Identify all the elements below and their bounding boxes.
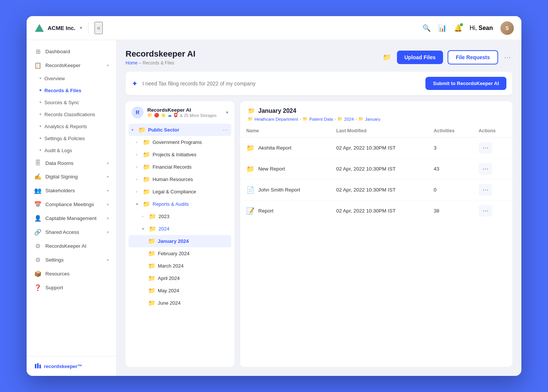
file-name-cell: 📁 New Report: [246, 165, 324, 173]
hr-folder-icon: 📁: [143, 176, 150, 183]
file-panel-folder-icon: 📁: [248, 107, 255, 114]
jun-label: June 2024: [158, 300, 228, 306]
public-sector-menu[interactable]: ⋯: [222, 126, 228, 133]
tree-item-jan-2024[interactable]: 📁 January 2024: [129, 235, 231, 247]
file-actions-button[interactable]: ⋯: [479, 163, 492, 175]
breadcrumb-home[interactable]: Home: [126, 60, 138, 66]
sidebar-item-data-rooms[interactable]: 🗄 Data Rooms ▾: [27, 156, 116, 170]
content-header: Recordskeeper AI Home – Records & Files …: [126, 49, 512, 66]
tree-item-may-2024[interactable]: 📁 May 2024: [129, 284, 231, 297]
2024-caret: ▾: [142, 227, 147, 231]
file-actions-button[interactable]: ⋯: [479, 205, 492, 217]
file-requests-button[interactable]: File Requests: [448, 50, 498, 64]
public-sector-caret: ▾: [132, 128, 136, 132]
sidebar-item-sources-sync[interactable]: Sources & Sync: [27, 96, 116, 108]
folder-panel-collapse[interactable]: ▾: [226, 110, 228, 115]
sidebar-item-resources[interactable]: 📦 Resources: [27, 267, 116, 281]
sidebar-item-digital-signing[interactable]: ✍ Digital Signing ▾: [27, 170, 116, 184]
tree-item-financial-records[interactable]: › 📁 Financial Records: [129, 161, 231, 173]
company-name: ACME Inc.: [48, 25, 75, 31]
tree-item-2023[interactable]: › 📁 2023: [129, 210, 231, 223]
sidebar-item-rk-ai[interactable]: ⚙ RecordsKeeper AI: [27, 239, 116, 253]
file-bc-patient-data[interactable]: Patient Data: [309, 117, 333, 121]
sidebar-label-digital-signing: Digital Signing: [45, 174, 103, 180]
file-bc-january[interactable]: January: [365, 117, 380, 121]
hr-caret: ›: [136, 177, 141, 181]
folder-view-button[interactable]: 📁: [381, 52, 392, 63]
shared-access-caret: ▾: [107, 230, 109, 234]
sidebar-item-captable-management[interactable]: 👤 Captable Management ▾: [27, 211, 116, 225]
file-bc-sep3: ›: [355, 117, 357, 121]
breadcrumb: Home – Records & Files: [126, 60, 195, 66]
reports-caret: ▾: [136, 202, 141, 206]
more-options-button[interactable]: ⋯: [503, 52, 512, 63]
jun-folder-icon: 📁: [148, 299, 156, 307]
sidebar-collapse-button[interactable]: «: [94, 22, 103, 34]
tree-item-jun-2024[interactable]: 📁 June 2024: [129, 297, 231, 309]
sidebar-label-records-classifications: Records Classifications: [45, 112, 95, 117]
sidebar-item-audit-logs[interactable]: Audit & Logs: [27, 144, 116, 156]
analytics-icon[interactable]: 📊: [438, 24, 446, 32]
sidebar-label-analytics-reports: Analytics & Reports: [45, 124, 87, 129]
svg-rect-4: [39, 365, 41, 368]
stakeholders-caret: ▾: [107, 189, 109, 193]
company-caret[interactable]: ▾: [80, 25, 82, 30]
file-name: Akshita Report: [258, 145, 292, 151]
storage-icon-red: 🔴: [154, 113, 159, 118]
tree-item-projects-initiatives[interactable]: › 📁 Projects & Initiatives: [129, 148, 231, 161]
upload-files-button[interactable]: Upload Files: [397, 51, 443, 64]
sidebar-item-records-classifications[interactable]: Records Classifications: [27, 108, 116, 120]
sidebar-item-settings[interactable]: ⚙ Settings ▾: [27, 253, 116, 267]
storage-icon-drive: 📁: [147, 113, 153, 118]
tree-item-reports-audits[interactable]: ▾ 📁 Reports & Audits: [129, 198, 231, 210]
table-row: 📁 New Report 02 Apr, 2022 10:30PM IST 43…: [240, 159, 512, 180]
tree-item-2024[interactable]: ▾ 📁 2024: [129, 223, 231, 235]
ai-search-input[interactable]: [142, 81, 421, 87]
financial-folder-icon: 📁: [143, 163, 150, 171]
sidebar-label-audit-logs: Audit & Logs: [45, 148, 72, 153]
tree-item-mar-2024[interactable]: 📁 March 2024: [129, 260, 231, 272]
search-icon[interactable]: 🔍: [422, 24, 431, 32]
notification-bell[interactable]: 🔔: [454, 24, 462, 32]
file-activities: 3: [428, 138, 473, 159]
svg-rect-3: [37, 363, 39, 368]
sidebar-item-support[interactable]: ❓ Support: [27, 281, 116, 295]
tree-item-legal-compliance[interactable]: › 📁 Legal & Compliance: [129, 186, 231, 198]
tree-item-feb-2024[interactable]: 📁 February 2024: [129, 247, 231, 260]
reports-folder-icon: 📁: [143, 200, 150, 208]
tree-item-gov-programs[interactable]: › 📁 Government Programs: [129, 136, 231, 148]
user-avatar[interactable]: S: [500, 21, 514, 35]
file-name: Report: [258, 208, 274, 214]
gov-programs-folder-icon: 📁: [143, 139, 150, 146]
file-bc-2024[interactable]: 2024: [344, 117, 354, 121]
sidebar-item-recordskeeper[interactable]: 📋 RecordsKeeper ▾: [27, 58, 116, 72]
file-modified: 02 Apr, 2022 10:30PM IST: [330, 159, 428, 180]
compliance-meetings-icon: 📅: [34, 201, 42, 208]
sidebar-item-compliance-meetings[interactable]: 📅 Compliance Meetings ▾: [27, 197, 116, 211]
stakeholders-icon: 👥: [34, 187, 42, 194]
file-panel-header: 📁 January 2024 📁 Heathcare Department › …: [240, 101, 512, 124]
sidebar-label-stakeholders: Stakeholders: [45, 188, 103, 193]
sidebar-item-overview[interactable]: Overview: [27, 72, 116, 84]
ai-submit-button[interactable]: Submit to RecordsKeeper AI: [425, 77, 506, 90]
ai-sparkle-icon: ✦: [132, 79, 138, 88]
resources-icon: 📦: [34, 270, 42, 277]
sidebar-item-records-files[interactable]: Records & Files: [27, 84, 116, 96]
file-actions-button[interactable]: ⋯: [479, 142, 492, 154]
sidebar-label-shared-access: Shared Access: [45, 229, 103, 235]
sidebar-item-shared-access[interactable]: 🔗 Shared Access ▾: [27, 225, 116, 239]
file-bc-sep1: ›: [299, 117, 301, 121]
sidebar-item-stakeholders[interactable]: 👥 Stakeholders ▾: [27, 184, 116, 197]
tree-item-human-resources[interactable]: › 📁 Human Resources: [129, 173, 231, 186]
sidebar-label-records-files: Records & Files: [45, 88, 81, 93]
sidebar-item-analytics-reports[interactable]: Analytics & Reports: [27, 120, 116, 132]
file-actions-button[interactable]: ⋯: [479, 184, 492, 196]
tree-item-apr-2024[interactable]: 📁 April 2024: [129, 272, 231, 284]
sidebar-item-dashboard[interactable]: ⊞ Dashboard: [27, 45, 116, 58]
topbar-divider: [88, 22, 88, 34]
data-rooms-caret: ▾: [107, 161, 109, 165]
tree-item-public-sector[interactable]: ▾ 📁 Public Sector ⋯: [129, 124, 231, 136]
sidebar-item-settings-policies[interactable]: Settings & Policies: [27, 132, 116, 144]
folder-tree: ▾ 📁 Public Sector ⋯ › 📁 Government Progr…: [126, 124, 234, 309]
file-bc-healthcare[interactable]: Heathcare Department: [255, 117, 298, 121]
